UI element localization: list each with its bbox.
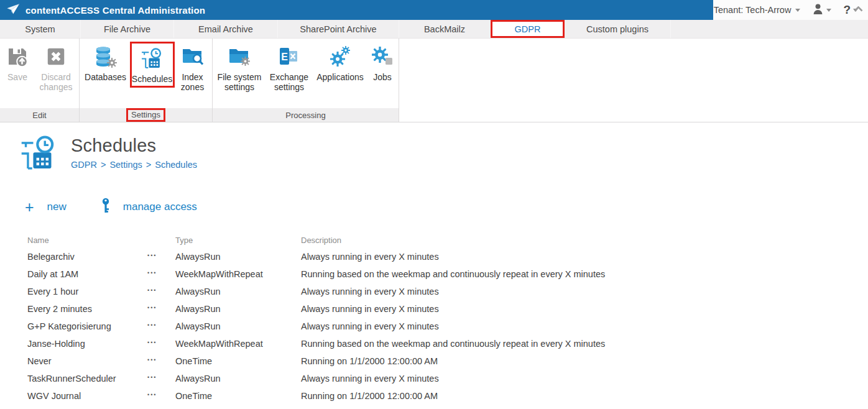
schedule-name: Every 2 minutes xyxy=(27,304,147,314)
tab-email-archive[interactable]: Email Archive xyxy=(174,20,278,38)
schedule-name: TaskRunnerScheduler xyxy=(27,374,147,384)
file-system-settings-button[interactable]: File system settings xyxy=(215,42,264,93)
column-header-description: Description xyxy=(301,236,849,245)
table-row[interactable]: TaskRunnerScheduler ••• AlwaysRun Always… xyxy=(27,370,849,387)
table-header-row: Name Type Description xyxy=(27,232,849,248)
row-menu-button[interactable]: ••• xyxy=(147,270,157,276)
new-button[interactable]: + new xyxy=(25,201,67,213)
ribbon-group-label-processing: Processing xyxy=(213,108,399,122)
ribbon-group-processing: File system settings E Exchange settings xyxy=(213,39,399,122)
row-menu-button[interactable]: ••• xyxy=(147,374,157,380)
save-button[interactable]: Save xyxy=(2,42,33,84)
schedules-page-icon xyxy=(20,136,57,174)
collapse-ribbon-chevron-icon[interactable] xyxy=(854,3,863,14)
schedule-description: Always running in every X minutes xyxy=(301,374,849,384)
discard-changes-button[interactable]: Discard changes xyxy=(35,42,77,93)
breadcrumb-schedules[interactable]: Schedules xyxy=(155,160,197,170)
table-row[interactable]: Daily at 1AM ••• WeekMapWithRepeat Runni… xyxy=(27,265,849,283)
user-icon xyxy=(812,4,824,17)
table-row[interactable]: G+P Kategorisierung ••• AlwaysRun Always… xyxy=(27,318,849,335)
ribbon-group-label-settings: Settings xyxy=(126,108,165,122)
table-row[interactable]: Belegarchiv ••• AlwaysRun Always running… xyxy=(27,248,849,265)
file-system-settings-icon xyxy=(228,44,251,69)
jobs-button[interactable]: Jobs xyxy=(368,42,397,84)
table-row[interactable]: WGV Journal ••• OneTime Running on 1/1/2… xyxy=(27,387,849,405)
new-label: new xyxy=(47,201,67,213)
index-zones-button[interactable]: Index zones xyxy=(177,42,209,93)
table-row[interactable]: Every 1 hour ••• AlwaysRun Always runnin… xyxy=(27,283,849,300)
row-menu-button[interactable]: ••• xyxy=(147,252,157,259)
app-logo-icon xyxy=(6,3,20,17)
plus-icon: + xyxy=(25,201,34,213)
schedules-table: Name Type Description Belegarchiv ••• Al… xyxy=(27,232,849,405)
row-menu-button[interactable]: ••• xyxy=(147,322,157,328)
schedule-type: AlwaysRun xyxy=(175,321,301,331)
table-row[interactable]: Every 2 minutes ••• AlwaysRun Always run… xyxy=(27,300,849,318)
row-menu-button[interactable]: ••• xyxy=(147,357,157,363)
user-menu[interactable] xyxy=(812,4,831,17)
applications-icon xyxy=(329,44,351,69)
row-menu-button[interactable]: ••• xyxy=(147,392,157,398)
tenant-menu[interactable]: Tenant: Tech-Arrow xyxy=(714,5,801,15)
breadcrumb-gdpr[interactable]: GDPR xyxy=(71,160,97,170)
schedule-description: Running on 1/1/2000 12:00:00 AM xyxy=(301,356,849,366)
discard-changes-label: Discard changes xyxy=(37,73,75,92)
row-menu-button[interactable]: ••• xyxy=(147,339,157,346)
jobs-icon xyxy=(371,44,394,69)
breadcrumb-separator: > xyxy=(146,160,151,170)
schedule-name: Daily at 1AM xyxy=(27,269,147,279)
table-row[interactable]: Never ••• OneTime Running on 1/1/2000 12… xyxy=(27,352,849,370)
schedule-type: WeekMapWithRepeat xyxy=(175,339,301,349)
ribbon-group-edit: Save Discard changes Edit xyxy=(0,39,80,122)
breadcrumb-settings[interactable]: Settings xyxy=(109,160,142,170)
caret-down-icon xyxy=(795,9,800,12)
schedule-type: AlwaysRun xyxy=(175,287,301,296)
page-toolbar: + new manage access xyxy=(25,198,197,216)
column-header-name: Name xyxy=(27,236,147,245)
tab-sharepoint-archive[interactable]: SharePoint Archive xyxy=(278,20,399,38)
schedule-description: Always running in every X minutes xyxy=(301,252,849,262)
caret-down-icon xyxy=(826,9,831,12)
page-title: Schedules xyxy=(71,136,197,156)
ribbon-group-label-edit: Edit xyxy=(0,108,79,122)
column-header-type: Type xyxy=(175,236,301,245)
schedule-name: G+P Kategorisierung xyxy=(27,321,147,331)
app-title: contentACCESS Central Administration xyxy=(25,5,205,16)
schedule-description: Running based on the weekmap and continu… xyxy=(301,339,849,349)
tab-gdpr[interactable]: GDPR xyxy=(491,20,565,38)
schedule-description: Always running in every X minutes xyxy=(301,321,849,331)
schedule-description: Running on 1/1/2000 12:00:00 AM xyxy=(301,391,849,401)
help-icon: ? xyxy=(843,3,851,17)
file-system-settings-label: File system settings xyxy=(216,73,262,92)
schedule-name: Janse-Holding xyxy=(27,339,147,349)
manage-access-button[interactable]: manage access xyxy=(101,198,197,216)
schedule-type: AlwaysRun xyxy=(175,304,301,314)
applications-button[interactable]: Applications xyxy=(314,42,366,84)
schedules-icon xyxy=(141,46,163,71)
applications-label: Applications xyxy=(316,73,364,83)
schedule-type: WeekMapWithRepeat xyxy=(175,269,301,279)
schedule-name: WGV Journal xyxy=(27,391,147,401)
databases-icon xyxy=(94,44,117,69)
exchange-settings-button[interactable]: E Exchange settings xyxy=(266,42,312,93)
schedules-button[interactable]: Schedules xyxy=(130,42,175,88)
exchange-settings-label: Exchange settings xyxy=(268,73,310,92)
databases-button[interactable]: Databases xyxy=(83,42,128,84)
table-row[interactable]: Janse-Holding ••• WeekMapWithRepeat Runn… xyxy=(27,335,849,352)
manage-access-label: manage access xyxy=(123,201,197,213)
svg-text:E: E xyxy=(281,52,288,62)
schedule-name: Never xyxy=(27,356,147,366)
top-bar: contentACCESS Central Administration Ten… xyxy=(0,0,868,20)
schedule-description: Always running in every X minutes xyxy=(301,304,849,314)
tab-file-archive[interactable]: File Archive xyxy=(81,20,174,38)
tab-backmailz[interactable]: BackMailz xyxy=(399,20,491,38)
row-menu-button[interactable]: ••• xyxy=(147,305,157,311)
row-menu-button[interactable]: ••• xyxy=(147,287,157,293)
tab-custom-plugins[interactable]: Custom plugins xyxy=(565,20,671,38)
tab-system[interactable]: System xyxy=(0,20,81,38)
breadcrumb: GDPR>Settings>Schedules xyxy=(71,160,197,170)
ribbon-group-settings: Databases Schedules Index zones xyxy=(80,39,213,122)
schedules-label: Schedules xyxy=(132,75,172,85)
schedule-name: Every 1 hour xyxy=(27,287,147,296)
schedule-type: AlwaysRun xyxy=(175,374,301,384)
